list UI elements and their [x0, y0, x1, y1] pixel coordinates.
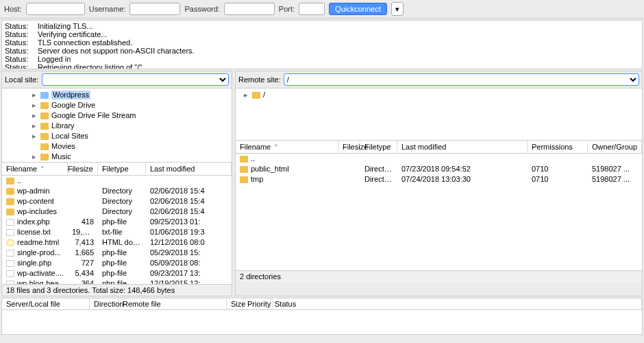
file-size [338, 175, 360, 184]
file-permissions: 0710 [528, 165, 588, 174]
local-site-path-select[interactable] [42, 73, 229, 86]
expand-arrow-icon[interactable]: ▸ [32, 101, 38, 110]
file-name: single-prod... [17, 248, 61, 257]
file-size: 418 [68, 217, 98, 226]
file-type: Directory [98, 187, 146, 196]
file-row[interactable]: tmpDirectory07/24/2018 13:03:30071051980… [236, 174, 642, 185]
tree-item-label: Movies [51, 142, 75, 151]
tree-item[interactable]: ▸Local Sites [2, 131, 232, 141]
remote-column-ownergroup[interactable]: Owner/Group [588, 141, 642, 153]
file-size [338, 165, 360, 174]
expand-arrow-icon[interactable]: ▸ [244, 91, 249, 99]
tree-item[interactable]: ▸Wordpress [2, 90, 232, 100]
file-row[interactable]: index.php418php-file09/25/2013 01: [2, 217, 232, 227]
file-permissions: 0710 [528, 175, 588, 184]
folder-icon [6, 209, 14, 215]
file-row[interactable]: single-prod...1,665php-file05/29/2018 15… [2, 248, 232, 258]
file-modified [397, 154, 528, 163]
remote-column-filetype[interactable]: Filetype [360, 141, 397, 153]
local-file-list[interactable]: ..wp-adminDirectory02/06/2018 15:4wp-con… [2, 176, 232, 284]
file-row[interactable]: public_htmlDirectory07/23/2018 09:54:520… [236, 164, 642, 174]
remote-column-lastmodified[interactable]: Last modified [397, 141, 528, 153]
log-message: Retrieving directory listing of "/"... [38, 63, 148, 69]
file-row[interactable]: readme.html7,413HTML docum...12/12/2016 … [2, 237, 232, 248]
local-column-filesize[interactable]: Filesize [68, 163, 98, 175]
message-log[interactable]: Status:Initializing TLS...Status:Verifyi… [1, 20, 643, 69]
file-size [68, 176, 98, 185]
remote-site-path-select[interactable]: / [284, 73, 639, 86]
expand-arrow-icon[interactable]: ▸ [32, 152, 38, 161]
password-input[interactable] [224, 3, 275, 15]
file-size: 7,413 [68, 238, 98, 247]
file-row[interactable]: wp-blog-hea...364php-file12/19/2015 12: [2, 279, 232, 284]
tree-item[interactable]: ▸/ [236, 90, 642, 100]
file-icon [6, 281, 14, 285]
file-row[interactable]: single.php727php-file05/09/2018 08: [2, 258, 232, 268]
tree-item[interactable]: ▸Google Drive File Stream [2, 110, 232, 121]
file-name: wp-blog-hea... [17, 279, 65, 284]
file-size: 364 [68, 279, 98, 284]
local-column-filetype[interactable]: Filetype [98, 163, 146, 175]
quickconnect-button[interactable]: Quickconnect [329, 3, 387, 15]
remote-site-label: Remote site: [238, 75, 281, 84]
tree-item[interactable]: ▸Library [2, 121, 232, 131]
file-row[interactable]: wp-contentDirectory02/06/2018 15:4 [2, 196, 232, 206]
queue-column-status[interactable]: Status [271, 298, 642, 309]
file-modified: 05/09/2018 08: [146, 259, 232, 268]
file-type: php-file [98, 259, 146, 268]
queue-column-priority[interactable]: Priority [243, 298, 271, 309]
local-directory-tree[interactable]: ▸Wordpress▸Google Drive▸Google Drive Fil… [2, 88, 232, 163]
port-input[interactable] [299, 3, 325, 15]
file-icon [6, 250, 14, 257]
file-icon [6, 260, 14, 267]
file-name: wp-admin [17, 187, 50, 196]
expand-arrow-icon[interactable]: ▸ [32, 132, 38, 141]
log-label: Status: [5, 63, 32, 69]
queue-column-serverlocal[interactable]: Server/Local file [2, 298, 90, 309]
remote-column-filesize[interactable]: Filesize [338, 141, 360, 153]
html-icon [6, 239, 14, 246]
tree-item[interactable]: ▸Google Drive [2, 100, 232, 110]
remote-column-filename[interactable]: Filename ⌃ [236, 141, 338, 153]
folder-icon [40, 102, 49, 109]
file-size: 19,935 [68, 228, 98, 237]
folder-icon [40, 123, 49, 130]
queue-column-remotefile[interactable]: Remote file [119, 298, 227, 309]
file-name: wp-content [17, 197, 54, 206]
file-modified: 01/06/2018 19:3 [146, 228, 232, 237]
remote-status-bar: 2 directories [236, 270, 642, 282]
tree-item[interactable]: Movies [2, 141, 232, 152]
file-row[interactable]: wp-activate....5,434php-file09/23/2017 1… [2, 268, 232, 279]
file-name: readme.html [17, 238, 59, 247]
remote-file-list[interactable]: ..public_htmlDirectory07/23/2018 09:54:5… [236, 154, 642, 270]
file-name: license.txt [17, 228, 51, 237]
queue-column-size[interactable]: Size [227, 298, 243, 309]
remote-directory-tree[interactable]: ▸/ [236, 88, 642, 141]
file-owner: 5198027 ... [588, 175, 642, 184]
file-type: Directory [98, 197, 146, 206]
expand-arrow-icon[interactable]: ▸ [32, 111, 38, 120]
username-input[interactable] [129, 3, 180, 15]
file-row[interactable]: wp-includesDirectory02/06/2018 15:4 [2, 206, 232, 217]
file-row[interactable]: .. [236, 154, 642, 164]
local-column-filename[interactable]: Filename ⌃ [2, 163, 68, 175]
folder-icon [6, 198, 14, 205]
remote-file-header: Filename ⌃ Filesize Filetype Last modifi… [236, 141, 642, 154]
host-input[interactable] [26, 3, 85, 15]
queue-column-direction[interactable]: Direction [90, 298, 119, 309]
file-row[interactable]: license.txt19,935txt-file01/06/2018 19:3 [2, 227, 232, 237]
file-name: wp-activate.... [17, 269, 64, 278]
expand-arrow-icon[interactable]: ▸ [32, 121, 38, 130]
log-row: Status:TLS connection established. [5, 38, 639, 47]
local-column-lastmodified[interactable]: Last modified [146, 163, 232, 175]
file-row[interactable]: .. [2, 176, 232, 186]
quickconnect-dropdown[interactable]: ▾ [391, 2, 404, 16]
log-message: Logged in [38, 55, 71, 63]
log-label: Status: [5, 47, 32, 55]
file-name: .. [251, 154, 255, 163]
file-row[interactable]: wp-adminDirectory02/06/2018 15:4 [2, 186, 232, 196]
remote-column-permissions[interactable]: Permissions [528, 141, 588, 153]
folder-icon [240, 166, 248, 173]
tree-item[interactable]: ▸Music [2, 152, 232, 162]
expand-arrow-icon[interactable]: ▸ [32, 91, 38, 99]
